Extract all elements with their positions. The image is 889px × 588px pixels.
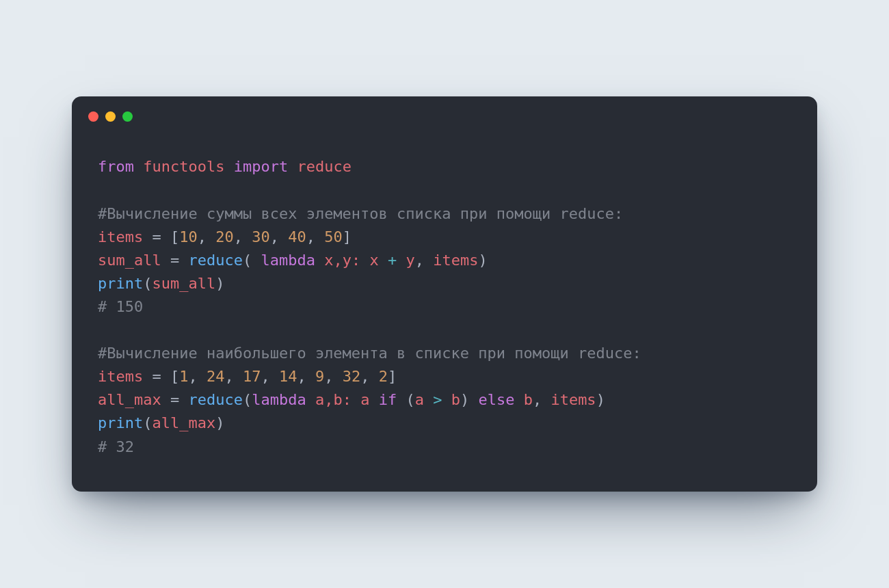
traffic-light-minimize-icon[interactable] — [105, 111, 116, 122]
comment-line: #Вычисление наибольшего элемента в списк… — [98, 345, 641, 362]
traffic-light-zoom-icon[interactable] — [122, 111, 133, 122]
comment-line: #Вычисление суммы всех элементов списка … — [98, 205, 623, 222]
code-line: all_max = reduce(lambda a,b: a if (a > b… — [98, 391, 605, 408]
keyword-else: else — [469, 391, 523, 408]
imported-name: reduce — [297, 158, 351, 175]
keyword-from: from — [98, 158, 134, 175]
keyword-lambda: lambda — [261, 252, 315, 269]
code-block: from functools import reduce #Вычисление… — [72, 136, 817, 491]
identifier: items — [98, 228, 143, 245]
module-name: functools — [143, 158, 224, 175]
function-call: reduce — [188, 391, 242, 408]
comment-line: # 32 — [98, 438, 134, 455]
comment-line: # 150 — [98, 298, 143, 315]
function-call: print — [98, 414, 143, 431]
traffic-light-close-icon[interactable] — [88, 111, 98, 122]
function-call: reduce — [188, 252, 242, 269]
keyword-if: if — [369, 391, 406, 408]
identifier: items — [98, 368, 143, 385]
code-window: from functools import reduce #Вычисление… — [72, 96, 817, 491]
window-titlebar — [72, 96, 817, 136]
code-line: print(all_max) — [98, 414, 224, 431]
identifier: all_max — [98, 391, 161, 408]
code-line: items = [1, 24, 17, 14, 9, 32, 2] — [98, 368, 397, 385]
code-line: from functools import reduce — [98, 158, 351, 175]
code-line: sum_all = reduce( lambda x,y: x + y, ite… — [98, 252, 488, 269]
keyword-lambda: lambda — [252, 391, 306, 408]
code-line: items = [10, 20, 30, 40, 50] — [98, 228, 351, 245]
keyword-import: import — [234, 158, 288, 175]
function-call: print — [98, 275, 143, 292]
identifier: sum_all — [98, 252, 161, 269]
code-line: print(sum_all) — [98, 275, 224, 292]
